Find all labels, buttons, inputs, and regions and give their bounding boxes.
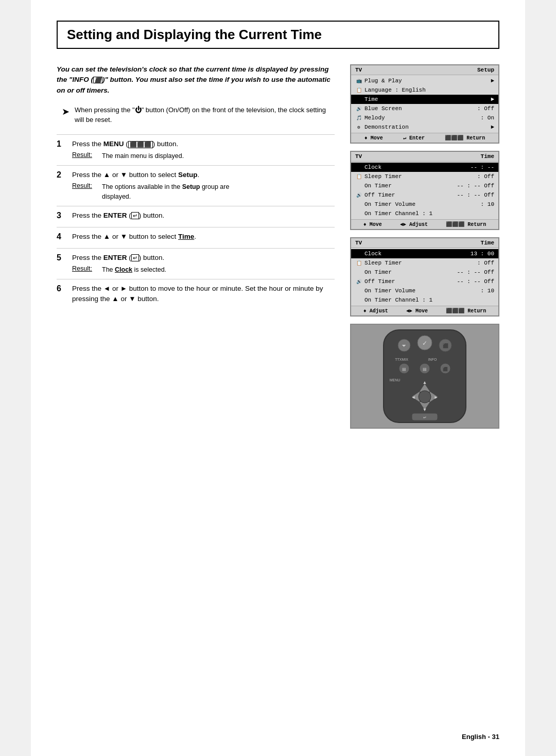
footer-return: ⬛⬛⬛ Return [445,135,485,141]
step-main-2: Press the ▲ or ▼ button to select Setup. [72,170,335,180]
tv-row: 🔊 Off Timer -- : -- Off [351,190,498,200]
tv-label: On Timer [364,269,455,275]
tv-icon: 📋 [353,174,364,180]
tv-arrow: ► [491,124,494,130]
tv-value: -- : -- Off [457,278,494,285]
svg-text:►: ► [434,395,439,400]
step-body-3: Press the ENTER (↵) button. [72,210,335,223]
right-column: TV Setup 📺 Plug & Play ► 📋 Language : En… [350,64,499,429]
tv-row: On Timer Volume : 10 [351,286,498,295]
step-result-row-2: Result: The options available in the Set… [72,182,335,202]
tv-value: 13 : 00 [471,251,494,257]
svg-text:▤: ▤ [402,367,406,372]
step-body-5: Press the ENTER (↵) button. Result: The … [72,253,335,275]
result-label-5: Result: [72,265,94,272]
step-num-4: 4 [57,232,72,241]
tv-row: 📺 Plug & Play ► [351,76,498,85]
tv-screen1-body: 📺 Plug & Play ► 📋 Language : English Tim… [351,75,498,133]
tv-screen2-header: TV Time [351,152,498,162]
result-text-5: The Clock is selected. [102,265,166,275]
tv-arrow: ► [491,78,494,84]
tv-arrow: ► [491,96,494,102]
intro-paragraph: You can set the television's clock so th… [57,64,335,96]
tv-screen1-footer: ♦ Move ↵ Enter ⬛⬛⬛ Return [351,133,498,143]
step-num-1: 1 [57,139,72,149]
tv-row: 🔊 Off Timer -- : -- Off [351,277,498,286]
tv-screen3-header-right: Time [481,240,494,246]
tv-label: On Timer [364,183,455,189]
tv-value: -- : -- [471,164,494,170]
step-num-2: 2 [57,170,72,180]
svg-text:▼: ▼ [423,407,427,412]
tv-screen1-header-right: Setup [477,67,494,73]
title-box: Setting and Displaying the Current Time [57,21,499,49]
svg-point-21 [419,391,431,403]
tv-row: 📋 Sleep Timer : Off [351,172,498,181]
tv-screen2-header-left: TV [355,153,362,160]
tv-row: 🔊 Blue Screen : Off [351,104,498,113]
footer-move: ◄► Move [406,308,428,314]
tv-screen-1: TV Setup 📺 Plug & Play ► 📋 Language : En… [350,64,499,144]
svg-text:⬛: ⬛ [443,343,449,349]
footer-move: ♦ Move [363,222,382,227]
step-main-4: Press the ▲ or ▼ button to select Time. [72,232,335,242]
tv-label: On Timer Channel : 1 [364,210,494,217]
svg-text:↵: ↵ [423,415,427,420]
result-label-1: Result: [72,151,94,159]
tv-screen3-body: Clock 13 : 00 📋 Sleep Timer : Off On Tim… [351,248,498,306]
tv-label: Blue Screen [364,106,475,112]
step-main-6: Press the ◄ or ► button to move to the h… [72,284,335,305]
step-body-6: Press the ◄ or ► button to move to the h… [72,284,335,307]
footer-adjust: ◄► Adjust [400,222,428,227]
tv-screen2-body: Clock -- : -- 📋 Sleep Timer : Off On Tim… [351,162,498,219]
tv-row: On Timer Channel : 1 [351,295,498,305]
page-title: Setting and Displaying the Current Time [67,27,489,43]
note-arrow-icon: ➤ [62,106,70,117]
step-main-5: Press the ENTER (↵) button. [72,253,335,263]
step-body-2: Press the ▲ or ▼ button to select Setup.… [72,170,335,202]
step-5: 5 Press the ENTER (↵) button. Result: Th… [57,248,335,279]
steps-list: 1 Press the MENU (⬛⬛⬛) button. Result: T… [57,134,335,311]
left-column: You can set the television's clock so th… [57,64,335,429]
step-2: 2 Press the ▲ or ▼ button to select Setu… [57,165,335,206]
tv-label: Melody [364,115,479,121]
step-main-3: Press the ENTER (↵) button. [72,210,335,221]
tv-label: On Timer Channel : 1 [364,297,494,303]
tv-value: : Off [477,106,494,112]
tv-icon: ⚙ [353,125,364,130]
tv-label: Off Timer [364,192,455,198]
tv-label: Sleep Timer [364,260,475,266]
tv-value: : Off [477,260,494,266]
tv-label: Off Timer [364,278,455,285]
page-footer: English - 31 [462,733,499,741]
step-main-1: Press the MENU (⬛⬛⬛) button. [72,139,335,149]
svg-text:TTXMIX: TTXMIX [395,358,408,361]
tv-icon: 🎵 [353,115,364,121]
tv-row: 📋 Sleep Timer : Off [351,258,498,268]
step-1: 1 Press the MENU (⬛⬛⬛) button. Result: T… [57,134,335,165]
step-result-row-5: Result: The Clock is selected. [72,265,335,275]
svg-text:✓: ✓ [422,340,427,347]
step-3: 3 Press the ENTER (↵) button. [57,206,335,227]
svg-text:▤: ▤ [423,367,427,372]
tv-screen2-footer: ♦ Move ◄► Adjust ⬛⬛⬛ Return [351,219,498,229]
tv-row-highlighted: Clock -- : -- [351,163,498,172]
tv-value: -- : -- Off [457,183,494,189]
tv-label: Clock [364,251,468,257]
step-num-5: 5 [57,253,72,262]
tv-row-highlighted: Time ► [351,95,498,104]
tv-row: On Timer -- : -- Off [351,268,498,277]
svg-text:INFO: INFO [428,358,437,361]
tv-value: : On [481,115,494,121]
tv-label: On Timer Volume [364,288,479,294]
tv-label: Time [364,96,489,102]
step-body-1: Press the MENU (⬛⬛⬛) button. Result: The… [72,139,335,161]
tv-screen2-header-right: Time [481,153,494,160]
footer-return: ⬛⬛⬛ Return [446,221,486,227]
tv-icon: 🔊 [353,279,364,285]
footer-adjust: ♦ Adjust [363,308,388,314]
tv-icon: 📺 [353,78,364,84]
step-body-4: Press the ▲ or ▼ button to select Time. [72,232,335,244]
tv-screen-3: TV Time Clock 13 : 00 📋 Sleep Timer : Of… [350,237,499,317]
tv-label: Sleep Timer [364,173,475,180]
